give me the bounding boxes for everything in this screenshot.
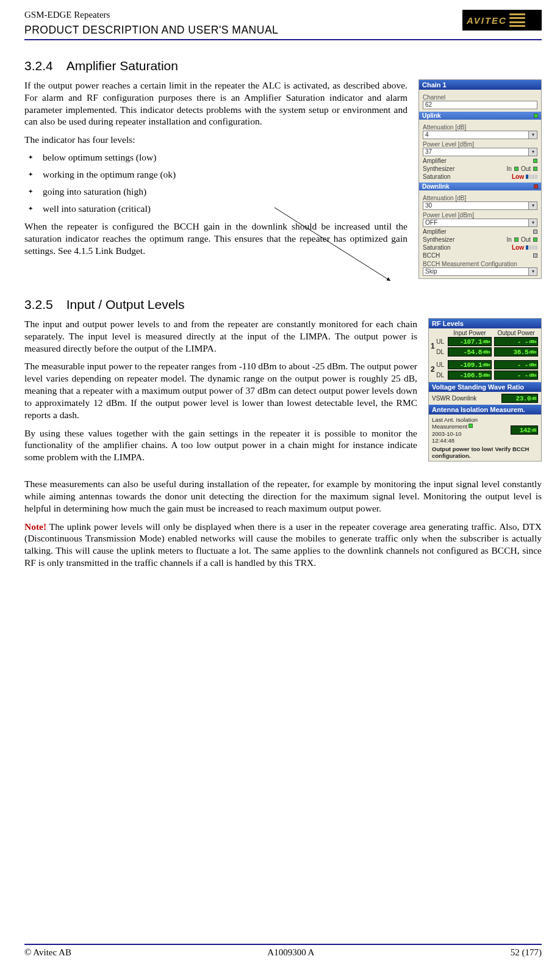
ul-label: UL <box>436 361 444 368</box>
rf-levels-title: RF Levels <box>429 319 541 328</box>
section-amplifier-saturation: 3.2.4Amplifier Saturation If the output … <box>24 59 542 279</box>
uplink-status-icon <box>534 114 538 118</box>
chain-panel-title: Chain 1 <box>419 80 541 90</box>
out-label: Out <box>521 236 531 243</box>
list-item: below optimum settings (low) <box>24 152 407 163</box>
ul-label: UL <box>436 338 444 345</box>
s1-paragraph-1: If the output power reaches a certain li… <box>24 79 407 128</box>
out-label: Out <box>521 165 531 172</box>
amplifier-label: Amplifier <box>423 228 447 235</box>
status-led-icon <box>514 167 519 171</box>
lcd-readout: -107.1dBm <box>448 337 492 346</box>
status-led-icon <box>468 424 473 428</box>
lcd-readout: - -dBm <box>494 360 538 369</box>
synthesizer-label: Synthesizer <box>423 236 454 243</box>
s2-paragraph-4: These measurements can also be useful du… <box>24 478 542 514</box>
ul-powerlevel-label: Power Level [dBm] <box>423 141 537 148</box>
status-led-icon <box>533 230 537 234</box>
in-label: In <box>507 165 512 172</box>
section1-text-column: If the output power reaches a certain li… <box>24 79 407 279</box>
chevron-down-icon[interactable]: ▾ <box>529 131 537 139</box>
lcd-readout: 36.5dBm <box>494 347 538 357</box>
status-led-icon <box>533 253 537 258</box>
lcd-readout: - -dBm <box>494 337 538 346</box>
vswr-title: Voltage Standing Wave Ratio <box>429 382 541 392</box>
s2-paragraph-note: Note! The uplink power levels will only … <box>24 521 542 569</box>
channel-label: Channel <box>423 94 537 101</box>
in-label: In <box>507 236 512 243</box>
downlink-label: Downlink <box>422 183 449 190</box>
dl-attenuation-label: Attenuation [dB] <box>423 195 537 201</box>
ul-attenuation-label: Attenuation [dB] <box>423 124 537 131</box>
header-title-line: PRODUCT DESCRIPTION AND USER'S MANUAL <box>24 24 278 37</box>
dl-attenuation-field[interactable]: 30 <box>423 201 529 210</box>
lcd-readout: - -dBm <box>494 371 538 380</box>
s1-paragraph-3: When the repeater is configured the BCCH… <box>24 220 407 256</box>
bcch-label: BCCH <box>423 252 440 259</box>
rf-levels-panel: RF Levels Input Power Output Power UL1 -… <box>428 318 542 461</box>
section-heading-text: Input / Output Levels <box>66 297 185 311</box>
list-item: going into saturation (high) <box>24 186 407 197</box>
channel-field[interactable]: 62 <box>423 101 537 109</box>
lcd-readout: -109.1dBm <box>448 360 492 369</box>
s2-paragraph-3: By using these values together with the … <box>24 427 417 463</box>
list-item: working in the optimum range (ok) <box>24 169 407 180</box>
lcd-readout: -106.5dBm <box>448 371 492 380</box>
chain-1-indicator: 1 <box>431 342 435 350</box>
footer-divider <box>24 944 542 945</box>
ul-attenuation-field[interactable]: 4 <box>423 131 529 139</box>
chain-2-indicator: 2 <box>431 365 435 374</box>
ul-powerlevel-field[interactable]: 37 <box>423 148 529 156</box>
section-title-3-2-5: 3.2.5Input / Output Levels <box>24 297 542 312</box>
section2-text-column: The input and output power levels to and… <box>24 318 417 469</box>
header-product-line: GSM-EDGE Repeaters <box>24 10 278 20</box>
saturation-label: Saturation <box>423 173 451 180</box>
lcd-readout: 142dB <box>511 425 538 435</box>
ant-warning-text: Output power too low! Verify BCCH config… <box>432 446 538 460</box>
col-output-power: Output Power <box>494 330 538 336</box>
section-title-3-2-4: 3.2.4Amplifier Saturation <box>24 59 542 73</box>
note-label: Note! <box>24 521 46 532</box>
downlink-status-icon <box>534 184 538 189</box>
footer-page-number: 52 (177) <box>511 947 542 958</box>
chain-1-panel: Chain 1 Channel 62 Uplink Attenuation [d… <box>418 79 542 279</box>
uplink-header: Uplink <box>419 112 541 120</box>
saturation-label: Saturation <box>423 244 451 251</box>
s1-level-list: below optimum settings (low) working in … <box>24 152 407 214</box>
synthesizer-label: Synthesizer <box>423 165 454 172</box>
status-led-icon <box>533 237 537 242</box>
s2-paragraph-2: The measurable input power to the repeat… <box>24 360 417 421</box>
chevron-down-icon[interactable]: ▾ <box>529 201 537 210</box>
lcd-readout: 23.0dB <box>501 394 538 403</box>
chevron-down-icon[interactable]: ▾ <box>529 267 537 276</box>
saturation-low-text: Low <box>512 244 524 251</box>
header-divider <box>24 39 542 40</box>
logo-stripes-icon <box>509 13 525 27</box>
chevron-down-icon[interactable]: ▾ <box>529 219 537 227</box>
footer-copyright: © Avitec AB <box>24 947 71 958</box>
section-input-output-levels: 3.2.5Input / Output Levels The input and… <box>24 297 542 569</box>
col-input-power: Input Power <box>448 330 492 336</box>
saturation-bar-icon <box>526 175 537 179</box>
chevron-down-icon[interactable]: ▾ <box>529 148 537 156</box>
ant-isolation-text: Last Ant. Isolation Measurement 2003-10-… <box>432 416 507 444</box>
antenna-isolation-title: Antenna Isolation Measurem. <box>429 405 541 414</box>
dl-powerlevel-label: Power Level [dBm] <box>423 212 537 219</box>
status-led-icon <box>514 237 519 242</box>
logo: AVITEC <box>462 10 542 31</box>
footer-docid: A1009300 A <box>267 947 314 958</box>
s2-paragraph-5: The uplink power levels will only be dis… <box>24 521 542 568</box>
dl-powerlevel-field[interactable]: OFF <box>423 219 529 227</box>
section-heading-text: Amplifier Saturation <box>66 59 178 73</box>
amplifier-label: Amplifier <box>423 157 447 164</box>
vswr-label: VSWR Downlink <box>432 395 476 402</box>
bcch-cfg-field[interactable]: Skip <box>423 267 529 276</box>
uplink-label: Uplink <box>422 112 441 119</box>
status-led-icon <box>533 167 537 171</box>
s1-paragraph-2: The indicator has four levels: <box>24 134 407 146</box>
lcd-readout: -54.8dBm <box>448 347 492 357</box>
saturation-low-text: Low <box>512 173 524 180</box>
header-left: GSM-EDGE Repeaters PRODUCT DESCRIPTION A… <box>24 10 278 37</box>
page-header: GSM-EDGE Repeaters PRODUCT DESCRIPTION A… <box>24 10 542 37</box>
status-led-icon <box>533 159 537 163</box>
